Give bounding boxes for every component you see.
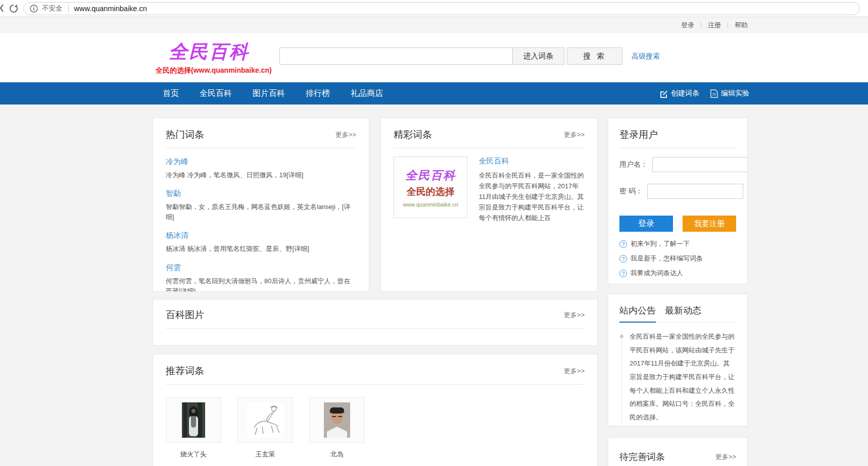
create-entry-action[interactable]: 创建词条 [659, 89, 699, 98]
utility-register-link[interactable]: 注册 [708, 21, 721, 30]
password-label: 密 码： [619, 187, 643, 196]
entry-thumbnail-drawing [237, 397, 293, 443]
entry-description: 杨冰清 杨冰清，曾用笔名红骆驼、星辰、野[详细] [166, 244, 356, 254]
recommended-entries-more-link[interactable]: 更多>> [564, 367, 585, 376]
list-item: 智勐 智勐智勐，女，原名王兆梅，网名蓝色妖姬，英文名lanseji，[详细] [166, 189, 356, 222]
divider [394, 148, 585, 148]
entry-caption: 王玄策 [237, 450, 293, 459]
password-field[interactable] [647, 184, 743, 199]
featured-entries-more-link[interactable]: 更多>> [564, 130, 585, 139]
search-input[interactable] [279, 47, 513, 65]
list-item: 杨冰清 杨冰清 杨冰清，曾用笔名红骆驼、星辰、野[详细] [166, 231, 356, 254]
nav-item-ranking[interactable]: 排行榜 [306, 88, 330, 99]
search-button[interactable]: 搜 索 [567, 47, 622, 65]
entry-link[interactable]: 全民百科 [478, 157, 585, 166]
back-icon[interactable] [0, 4, 4, 14]
bullet-icon [620, 335, 623, 338]
browser-chrome: 不安全 www.quanminbaike.cn [0, 0, 868, 17]
entry-caption: 北岛 [309, 450, 365, 459]
logo-tagline: 全民的选择(www.quanminbaike.cn) [156, 66, 263, 75]
edit-lab-label: 编辑实验 [721, 89, 749, 98]
site-header: 全民百科 全民的选择(www.quanminbaike.cn) 进入词条 搜 索… [0, 33, 868, 82]
baike-images-more-link[interactable]: 更多>> [564, 310, 585, 320]
entry-link[interactable]: 杨冰清 [166, 231, 356, 240]
nav-item-home[interactable]: 首页 [163, 88, 179, 99]
url-text[interactable]: www.quanminbaike.cn [74, 5, 147, 13]
utility-separator [701, 22, 701, 28]
featured-entry-image[interactable]: 全民百科 全民的选择 www.quanminbaike.cn [394, 157, 467, 218]
security-label[interactable]: 不安全 [42, 4, 63, 13]
featured-entries-title: 精彩词条 [394, 128, 432, 141]
pending-entries-title: 待完善词条 [619, 451, 665, 463]
hot-entries-title: 热门词条 [166, 128, 204, 141]
create-entry-label: 创建词条 [671, 89, 699, 98]
hot-entries-card: 热门词条 更多>> 冷为峰 冷为峰 冷为峰，笔名微风、日照微风，19[详细] 智… [153, 118, 369, 292]
help-link-label: 我要成为词条达人 [631, 269, 683, 278]
username-label: 用户名： [619, 160, 648, 169]
tab-latest-updates[interactable]: 最新动态 [665, 304, 701, 322]
question-icon: ? [619, 255, 627, 263]
entry-description: 何雲何雲，笔名回到大清做驸马，80后诗人，贵州威宁人，曾在西藏[详细] [166, 276, 356, 292]
page-content: 热门词条 更多>> 冷为峰 冷为峰 冷为峰，笔名微风、日照微风，19[详细] 智… [0, 105, 868, 466]
utility-help-link[interactable]: 帮助 [735, 21, 748, 30]
nav-item-gift-shop[interactable]: 礼品商店 [351, 88, 383, 99]
login-card: 登录用户 用户名： 密 码： 登录 我要注册 ? 初来乍到，了解一下 [608, 118, 748, 284]
enter-entry-button[interactable]: 进入词条 [513, 47, 564, 65]
pencil-square-icon [659, 89, 668, 98]
entry-link[interactable]: 智勐 [166, 189, 356, 198]
featured-image-logo-text: 全民百科 [405, 168, 456, 183]
username-field[interactable] [652, 157, 748, 172]
featured-image-url: www.quanminbaike.cn [403, 201, 458, 208]
edit-lab-action[interactable]: 编辑实验 [710, 89, 749, 98]
info-icon[interactable] [30, 5, 38, 13]
help-link-newcomer[interactable]: ? 初来乍到，了解一下 [619, 239, 736, 248]
main-column: 热门词条 更多>> 冷为峰 冷为峰 冷为峰，笔名微风、日照微风，19[详细] 智… [153, 118, 598, 466]
divider [166, 328, 585, 329]
entry-thumbnail-photo [166, 397, 221, 443]
featured-image-slogan: 全民的选择 [407, 185, 455, 198]
login-title: 登录用户 [619, 128, 658, 141]
announcement-text: 全民百科是一家全国性的全民参与的平民百科网站，该网站由城子先生于2017年11月… [630, 333, 735, 421]
aside-column: 登录用户 用户名： 密 码： 登录 我要注册 ? 初来乍到，了解一下 [608, 118, 748, 466]
help-link-label: 初来乍到，了解一下 [631, 239, 690, 248]
nav-actions: 创建词条 编辑实验 [648, 82, 749, 105]
nav-item-quanmin-baike[interactable]: 全民百科 [200, 88, 232, 99]
help-link-label: 我是新手，怎样编写词条 [631, 254, 703, 263]
search-area: 进入词条 搜 索 [279, 47, 622, 65]
entry-link[interactable]: 何雲 [166, 263, 356, 273]
entry-link[interactable]: 冷为峰 [166, 157, 356, 167]
entry-thumbnail-portrait [309, 397, 365, 443]
help-link-how-to-edit[interactable]: ? 我是新手，怎样编写词条 [619, 254, 736, 263]
url-bar[interactable]: 不安全 www.quanminbaike.cn [23, 2, 860, 15]
recommended-item[interactable]: 烧火丫头 [166, 397, 221, 459]
site-logo[interactable]: 全民百科 全民的选择(www.quanminbaike.cn) [156, 39, 263, 75]
help-link-become-expert[interactable]: ? 我要成为词条达人 [619, 269, 736, 278]
url-separator [68, 5, 69, 13]
advanced-search-link[interactable]: 高级搜索 [632, 52, 660, 61]
announcements-card: 站内公告 最新动态 全民百科是一家全国性的全民参与的平民百科网站，该网站由城子先… [608, 294, 748, 426]
question-icon: ? [619, 240, 627, 248]
pending-entries-more-link[interactable]: 更多>> [715, 452, 736, 461]
recommended-item[interactable]: 北岛 [309, 397, 365, 459]
reload-icon[interactable] [8, 3, 19, 14]
register-button[interactable]: 我要注册 [683, 216, 736, 232]
login-button[interactable]: 登录 [619, 216, 673, 232]
entry-description: 全民百科全民百科，是一家全国性的全民参与的平民百科网站，2017年11月由城子先… [478, 170, 585, 223]
entry-description: 智勐智勐，女，原名王兆梅，网名蓝色妖姬，英文名lanseji，[详细] [166, 202, 356, 222]
featured-entries-card: 精彩词条 更多>> 全民百科 全民的选择 www.quanminbaike.cn… [380, 118, 598, 292]
utility-separator [728, 22, 728, 28]
baike-images-card: 百科图片 更多>> [153, 299, 598, 346]
nav-item-image-baike[interactable]: 图片百科 [253, 88, 285, 99]
utility-login-link[interactable]: 登录 [681, 21, 694, 30]
logo-text: 全民百科 [156, 39, 263, 65]
main-nav: 首页 全民百科 图片百科 排行榜 礼品商店 创建词条 编辑实验 [0, 82, 868, 105]
announcement-tabs: 站内公告 最新动态 [619, 304, 736, 323]
pending-entries-card: 待完善词条 更多>> [608, 437, 748, 466]
hot-entries-more-link[interactable]: 更多>> [335, 130, 356, 139]
recommended-entries-card: 推荐词条 更多>> [153, 354, 598, 466]
recommended-item[interactable]: 王玄策 [237, 397, 293, 459]
list-item: 冷为峰 冷为峰 冷为峰，笔名微风、日照微风，19[详细] [166, 157, 356, 180]
tab-site-announcements[interactable]: 站内公告 [619, 304, 656, 323]
entry-caption: 烧火丫头 [166, 450, 221, 459]
announcement-item[interactable]: 全民百科是一家全国性的全民参与的平民百科网站，该网站由城子先生于2017年11月… [621, 330, 736, 424]
